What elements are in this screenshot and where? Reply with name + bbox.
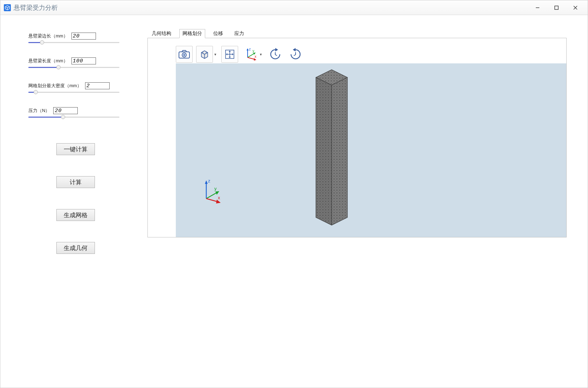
- svg-line-23: [248, 53, 255, 57]
- param-mesh-input[interactable]: [85, 82, 110, 89]
- generate-mesh-button[interactable]: 生成网格: [56, 209, 95, 221]
- content: 悬臂梁边长（mm） 悬臂梁长度（mm）: [0, 15, 588, 388]
- left-panel: 悬臂梁边长（mm） 悬臂梁长度（mm）: [0, 15, 140, 388]
- maximize-button[interactable]: [547, 0, 566, 15]
- svg-marker-16: [229, 50, 231, 52]
- param-edge-label: 悬臂梁边长（mm）: [28, 33, 68, 39]
- calc-button[interactable]: 计算: [56, 176, 95, 188]
- svg-marker-17: [229, 57, 231, 58]
- rotate-cw-button[interactable]: [267, 46, 284, 63]
- param-mesh-density: 网格划分最大密度（mm）: [28, 82, 119, 94]
- svg-marker-29: [275, 48, 278, 51]
- param-mesh-label: 网格划分最大密度（mm）: [28, 83, 82, 89]
- axes-icon: z y x: [243, 47, 257, 62]
- titlebar: 悬臂梁受力分析: [0, 0, 588, 15]
- param-mesh-slider[interactable]: [28, 90, 119, 94]
- minimize-icon: [535, 5, 540, 10]
- close-icon: [573, 5, 578, 10]
- svg-marker-40: [316, 77, 332, 225]
- close-button[interactable]: [566, 0, 585, 15]
- axes-button[interactable]: z y x: [242, 46, 258, 63]
- param-length: 悬臂梁长度（mm）: [28, 57, 119, 69]
- view-orientation-button[interactable]: [196, 46, 213, 63]
- svg-marker-42: [332, 77, 347, 225]
- view-orientation-dropdown[interactable]: ▾: [213, 52, 218, 57]
- viewer-frame: ▾: [147, 38, 567, 237]
- app-window: 悬臂梁受力分析 悬臂梁边长（mm）: [0, 0, 588, 388]
- viewport[interactable]: z y x: [176, 63, 566, 237]
- param-force-label: 压力（N）: [28, 108, 50, 114]
- param-force-input[interactable]: [53, 107, 78, 114]
- viewer-toolbar: ▾: [176, 45, 304, 63]
- param-edge-input[interactable]: [71, 33, 96, 40]
- rotate-ccw-icon: [289, 47, 303, 61]
- param-force: 压力（N）: [28, 107, 119, 119]
- right-panel: 几何结构 网格划分 位移 应力: [140, 15, 588, 388]
- generate-geometry-button[interactable]: 生成几何: [56, 242, 95, 254]
- svg-text:y: y: [253, 49, 254, 53]
- svg-marker-30: [293, 48, 296, 51]
- rotate-ccw-button[interactable]: [287, 46, 304, 63]
- tab-stress[interactable]: 应力: [231, 29, 247, 38]
- axis-triad: z y x: [199, 178, 227, 206]
- param-edge: 悬臂梁边长（mm）: [28, 33, 119, 44]
- meshed-beam: [309, 67, 354, 228]
- tab-mesh[interactable]: 网格划分: [179, 29, 205, 38]
- maximize-icon: [554, 5, 559, 10]
- tab-displacement[interactable]: 位移: [210, 29, 226, 38]
- svg-marker-27: [254, 58, 256, 61]
- svg-marker-21: [247, 48, 249, 50]
- chevron-down-icon: ▾: [214, 52, 216, 57]
- one-click-calc-button[interactable]: 一键计算: [56, 143, 95, 155]
- param-length-slider[interactable]: [28, 65, 119, 69]
- pan-button[interactable]: [221, 46, 238, 63]
- param-edge-slider[interactable]: [28, 41, 119, 44]
- minimize-button[interactable]: [528, 0, 547, 15]
- snapshot-button[interactable]: [176, 46, 193, 63]
- cube-view-icon: [199, 48, 210, 60]
- svg-marker-32: [205, 180, 208, 184]
- axis-y-label: y: [214, 186, 217, 191]
- axis-x-label: x: [218, 195, 220, 200]
- viewer-tabs: 几何结构 网格划分 位移 应力: [148, 29, 567, 38]
- param-force-slider[interactable]: [28, 115, 119, 119]
- window-title: 悬臂梁受力分析: [14, 4, 58, 12]
- axes-dropdown[interactable]: ▾: [258, 52, 263, 57]
- param-length-input[interactable]: [71, 57, 96, 64]
- svg-text:z: z: [249, 47, 251, 51]
- chevron-down-icon: ▾: [260, 52, 262, 57]
- param-length-label: 悬臂梁长度（mm）: [28, 58, 68, 64]
- svg-marker-18: [226, 53, 227, 55]
- axis-z-label: z: [208, 178, 210, 183]
- rotate-cw-icon: [268, 47, 282, 61]
- svg-rect-3: [555, 6, 558, 9]
- svg-text:x: x: [255, 55, 256, 58]
- svg-line-33: [206, 192, 217, 199]
- app-icon: [3, 4, 12, 12]
- svg-marker-19: [232, 53, 234, 55]
- camera-icon: [178, 49, 190, 59]
- tab-geometry[interactable]: 几何结构: [148, 29, 174, 38]
- pan-icon: [224, 49, 235, 60]
- action-buttons: 一键计算 计算 生成网格 生成几何: [28, 143, 119, 254]
- svg-point-8: [183, 54, 185, 56]
